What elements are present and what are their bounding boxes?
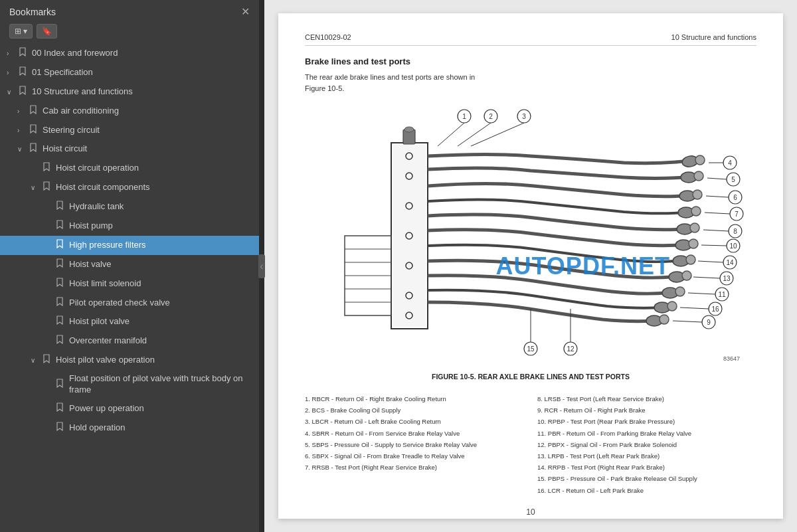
svg-point-20 [695,155,705,165]
svg-text:16: 16 [711,306,719,313]
tree-item-cab-ac[interactable]: ›Cab air conditioning [0,102,259,121]
tree-item-hoist-pilot-op[interactable]: ∨Hoist pilot valve operation [0,351,259,370]
svg-point-22 [694,171,703,181]
bookmark-icon [56,335,65,347]
svg-text:3: 3 [522,113,526,120]
tree-item-high-pressure[interactable]: High pressure filters [0,236,259,255]
arrow-icon: ∨ [17,145,27,153]
svg-point-38 [667,302,677,311]
svg-text:2: 2 [489,113,493,120]
svg-point-24 [693,190,702,199]
tree-item-label: Hoist valve [69,259,112,270]
tree-item-hoist-pilot[interactable]: Hoist pilot valve [0,312,259,331]
svg-point-34 [682,271,691,280]
bookmark-icon [56,422,65,434]
legend-item: 2. BCS - Brake Cooling Oil Supply [305,405,524,415]
tree-item-overcenter[interactable]: Overcenter manifold [0,331,259,351]
tree-item-label: Steering circuit [43,125,100,136]
tree-item-steering[interactable]: ›Steering circuit [0,121,259,140]
tree-item-hoist-circuit[interactable]: ∨Hoist circuit [0,139,259,159]
sidebar-header: Bookmarks ✕ [0,0,259,21]
arrow-icon: ∨ [7,88,16,96]
svg-text:5: 5 [731,176,735,183]
tree-item-power-up[interactable]: Power up operation [0,399,259,418]
svg-text:11: 11 [718,291,726,298]
bookmark-icon [56,201,65,213]
close-button[interactable]: ✕ [241,7,250,17]
tree-item-label: Hoist pump [69,221,113,232]
legend: 1. RBCR - Return Oil - Right Brake Cooli… [305,394,756,497]
bookmark-icon [43,162,52,175]
bookmark-icon [29,143,39,155]
sidebar-panel: Bookmarks ✕ ⊞ ▾ 🔖 ›00 Index and foreword… [0,0,259,532]
tree-item-label: Overcenter manifold [69,335,147,347]
svg-point-30 [689,239,698,248]
main-content: AUTOPDF.NET CEN10029-02 10 Structure and… [264,0,797,532]
grid-icon: ⊞ [15,27,21,36]
expand-arrow-icon: ▾ [23,27,27,36]
svg-text:9: 9 [707,319,711,326]
doc-id: CEN10029-02 [305,33,351,41]
bookmark-icon [56,297,65,310]
legend-item: 13. LRPB - Test Port (Left Rear Park Bra… [537,451,756,461]
expand-all-button[interactable]: ⊞ ▾ [9,24,33,39]
legend-item: 11. PBR - Return Oil - From Parking Brak… [537,428,756,438]
bookmark-icon [56,220,65,232]
document-page: AUTOPDF.NET CEN10029-02 10 Structure and… [278,13,783,519]
legend-right: 8. LRSB - Test Port (Left Rear Service B… [537,394,756,497]
figure-diagram: 1 2 3 [305,103,756,369]
svg-text:6: 6 [733,194,737,201]
bookmark-icon [19,66,28,79]
svg-text:7: 7 [735,211,739,218]
tree-item-hoist-op[interactable]: Hoist circuit operation [0,159,259,178]
tree-item-00-index[interactable]: ›00 Index and foreword [0,44,259,63]
legend-item: 12. PBPX - Signal Oil - From Park Brake … [537,440,756,450]
tree-item-label: Hydraulic tank [69,201,124,213]
svg-point-36 [675,287,685,296]
svg-text:15: 15 [527,345,535,353]
sidebar-toolbar: ⊞ ▾ 🔖 [0,21,259,44]
tree-item-label: Hoist limit solenoid [69,278,141,290]
tree-item-hoist-limit[interactable]: Hoist limit solenoid [0,274,259,294]
tree-item-hoist-pump[interactable]: Hoist pump [0,217,259,236]
svg-text:1: 1 [462,113,466,120]
legend-item: 7. RRSB - Test Port (Right Rear Service … [305,462,524,472]
bookmark-icon [19,47,28,60]
tree-item-label: Hoist circuit [43,143,87,155]
svg-text:8: 8 [733,228,737,235]
legend-item: 16. LCR - Return Oil - Left Park Brake [537,486,756,495]
resize-handle[interactable] [259,0,264,532]
tree-item-label: 01 Specification [32,67,93,78]
legend-item: 4. SBRR - Return Oil - From Service Brak… [305,428,524,438]
svg-point-32 [686,255,695,264]
bookmark-icon [29,105,39,118]
tree-item-pilot-check[interactable]: Pilot operated check valve [0,294,259,313]
tree-item-01-spec[interactable]: ›01 Specification [0,63,259,82]
bookmark-icon [43,181,52,194]
legend-item: 15. PBPS - Pressure Oil - Park Brake Rel… [537,474,756,484]
tree-item-label: Hoist pilot valve operation [56,355,155,366]
svg-point-88 [404,127,414,132]
svg-point-28 [690,223,699,232]
section-title: Brake lines and test ports [305,56,756,66]
figure-container: 1 2 3 [305,103,756,387]
svg-text:14: 14 [726,259,734,266]
bookmark-view-button[interactable]: 🔖 [37,24,57,39]
tree-item-10-struct[interactable]: ∨10 Structure and functions [0,82,259,102]
tree-item-hydraulic-tank[interactable]: Hydraulic tank [0,197,259,217]
bookmark-icon [56,278,65,290]
tree-item-label: Hoist pilot valve [69,316,130,327]
page-header: CEN10029-02 10 Structure and functions [305,33,756,46]
bookmark-icon [56,258,65,271]
arrow-icon: › [17,126,27,135]
tree-item-hoist-comp[interactable]: ∨Hoist circuit components [0,178,259,197]
bookmark-icon [56,239,65,252]
bookmark-icon [56,379,65,391]
tree-item-hoist-valve[interactable]: Hoist valve [0,255,259,274]
tree-item-hold-op[interactable]: Hold operation [0,418,259,438]
tree-item-float-pos[interactable]: Float position of pilot valve with truck… [0,370,259,399]
legend-item: 14. RRPB - Test Port (Right Rear Park Br… [537,462,756,472]
bookmarks-tree: ›00 Index and foreword›01 Specification∨… [0,44,259,532]
section-header: 10 Structure and functions [671,33,756,41]
legend-item: 3. LBCR - Return Oil - Left Brake Coolin… [305,416,524,426]
